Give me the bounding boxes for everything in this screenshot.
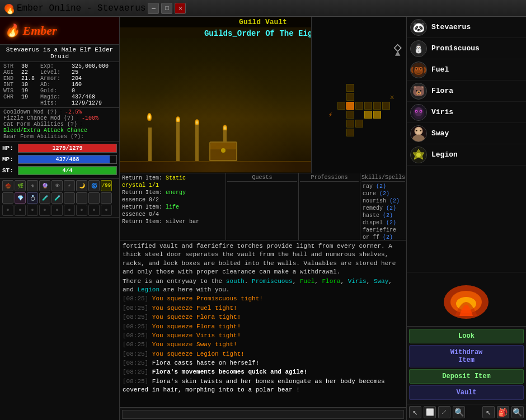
mp-display: 437/468 <box>18 155 116 163</box>
icon-slot-24[interactable]: ● <box>51 205 63 216</box>
player-sway[interactable]: Sway <box>407 123 526 144</box>
center-panel: Guild Vault Guilds_Order Of The Eight <box>120 17 406 420</box>
minimize-button[interactable]: — <box>148 3 159 14</box>
icon-slot-5[interactable]: 👁 <box>51 180 63 191</box>
vault-button[interactable]: Vault <box>409 385 524 400</box>
player-avatar-viris <box>410 104 427 121</box>
player-name-promiscuous: Promiscuous <box>431 44 480 53</box>
select-tool-icon[interactable]: ⬜ <box>424 406 436 418</box>
cooldown-label: Cooldown Mod (?) <box>3 109 57 115</box>
skill-ff: or ff (2) <box>361 234 405 240</box>
zoom-tool-icon[interactable]: 🔍 <box>511 406 524 418</box>
deposit-button[interactable]: Deposit Item <box>409 369 524 384</box>
action-buttons: Look WithdrawItem Deposit Item Vault <box>407 326 526 404</box>
svg-point-19 <box>416 153 421 157</box>
icon-slot-1[interactable]: 🌰 <box>2 180 13 191</box>
skill-cure: cure (2) <box>361 190 405 197</box>
map-cell <box>346 111 354 119</box>
player-name-flora: Flora <box>431 87 453 95</box>
cursor2-tool-icon[interactable]: ↖ <box>482 406 495 418</box>
player-viris[interactable]: Viris <box>407 102 526 123</box>
stats-col-right: Exp:325,000,000 Level:25 Armor:204 AD:16… <box>40 63 116 106</box>
icon-slot-99[interactable]: /99 <box>101 180 112 191</box>
icon-slot-10[interactable] <box>2 192 13 204</box>
icon-slot-25[interactable]: ● <box>64 205 75 216</box>
map-cell-gold <box>364 111 372 119</box>
icon-slot-14[interactable] <box>88 192 100 204</box>
icon-slot-potion2[interactable]: 🧪 <box>51 192 63 204</box>
stats-col-left: STR30 AGI22 END21.8 INT10 WIS19 CHR19 <box>3 63 35 106</box>
prof-header: Professions <box>300 174 359 182</box>
icon-slot-12[interactable] <box>64 192 75 204</box>
title-bar-text: Ember Online - Stevaerus <box>17 3 145 13</box>
panels-row: Return Item: Static crystal 1/1 Return I… <box>120 173 406 240</box>
maximize-button[interactable]: □ <box>161 3 172 14</box>
inv-item-2: Return Item: energy <box>121 189 224 196</box>
player-stevaerus[interactable]: 🐼 Stevaerus <box>407 17 526 38</box>
player-promiscuous[interactable]: ⛄ Promiscuous <box>407 38 526 59</box>
map-cell-gold <box>373 111 381 119</box>
icon-slot-7[interactable]: 🌙 <box>76 180 87 191</box>
icon-slot-13[interactable] <box>76 192 87 204</box>
map-area: ◇ ▼ <box>311 17 406 173</box>
icon-slot-15[interactable] <box>101 192 112 204</box>
icon-slot-8[interactable]: 🌀 <box>88 180 100 191</box>
ember-flame-icon: 🔥 <box>4 23 20 37</box>
icon-slot-27[interactable]: ● <box>88 205 100 216</box>
skill-dispel: dispel (2) <box>361 219 405 226</box>
chat-squeeze-4: [08:25] You squeeze Flora tight! <box>123 323 403 331</box>
withdraw-button[interactable]: WithdrawItem <box>409 345 524 367</box>
skill-haste: haste (2) <box>361 212 405 219</box>
icon-slot-21[interactable]: ● <box>15 205 26 216</box>
chest-3 <box>209 141 237 161</box>
candle-center-right <box>195 119 199 161</box>
logo-area: 🔥 Ember <box>0 17 119 45</box>
left-panel: 🔥 Ember Stevaerus is a Male Elf Elder Dr… <box>0 17 120 420</box>
player-flora[interactable]: 🐻 Flora <box>407 81 526 102</box>
icon-slot-3[interactable]: ⚗ <box>27 180 38 191</box>
icon-slot-2[interactable]: 🌿 <box>15 180 26 191</box>
icon-slot-potion1[interactable]: 🧪 <box>39 192 50 204</box>
candle-left <box>148 120 152 161</box>
map-cell <box>346 84 354 92</box>
player-name-sway: Sway <box>431 129 449 138</box>
icon-slot-23[interactable]: ● <box>39 205 50 216</box>
icon-slot-22[interactable]: ● <box>27 205 38 216</box>
player-avatar-promiscuous: ⛄ <box>410 40 427 57</box>
icon-slot-gem2[interactable]: 💍 <box>27 192 38 204</box>
chat-squeeze-3: [08:25] You squeeze Flora tight! <box>123 313 403 322</box>
close-button[interactable]: ✕ <box>175 3 186 14</box>
svg-point-17 <box>420 130 421 131</box>
player-name-legion: Legion <box>431 150 458 159</box>
inv-item-5: essence 0/4 <box>121 211 224 218</box>
icon-slot-6[interactable]: ⚡ <box>64 180 75 191</box>
chat-input[interactable] <box>122 410 404 419</box>
bars-area: HP: 1279/1279 MP: 437/468 ST: 4/4 <box>0 141 119 179</box>
prof-panel: Professions <box>299 173 360 240</box>
main-layout: 🔥 Ember Stevaerus is a Male Elf Elder Dr… <box>0 17 526 420</box>
tool-row: ↖ ⬜ ⟋ 🔍 ↖ 🎒 🔍 <box>407 404 526 420</box>
player-name-stevaerus: Stevaerus <box>431 23 471 31</box>
player-fuel[interactable]: Fuel <box>407 59 526 81</box>
title-bar: 🔥 Ember Online - Stevaerus — □ ✕ <box>0 0 526 17</box>
fizzle-value: -100% <box>82 115 98 121</box>
player-legion[interactable]: Legion <box>407 144 526 166</box>
skill-faeriefire: faeriefire <box>361 226 405 234</box>
map-cell <box>337 102 345 110</box>
icon-slot-20[interactable]: ● <box>2 205 13 216</box>
cursor-tool-icon[interactable]: ↖ <box>409 406 421 418</box>
icon-slot-4[interactable]: 🔮 <box>39 180 50 191</box>
icon-slot-26[interactable]: ● <box>76 205 87 216</box>
skill-remedy: remedy (2) <box>361 205 405 212</box>
map-cell <box>355 102 363 110</box>
bag-tool-icon[interactable]: 🎒 <box>497 406 509 418</box>
look-button[interactable]: Look <box>409 329 524 343</box>
search-tool-icon[interactable]: 🔍 <box>453 406 465 418</box>
icon-slot-28[interactable]: ● <box>101 205 112 216</box>
wand-tool-icon[interactable]: ⟋ <box>438 406 450 418</box>
skills-panel: Skills/Spells ray (2) cure (2) nourish (… <box>360 173 406 240</box>
quest-panel: Quests <box>226 173 299 240</box>
map-cell <box>373 102 381 110</box>
chat-input-area <box>120 408 406 420</box>
icon-slot-gem1[interactable]: 💎 <box>15 192 26 204</box>
